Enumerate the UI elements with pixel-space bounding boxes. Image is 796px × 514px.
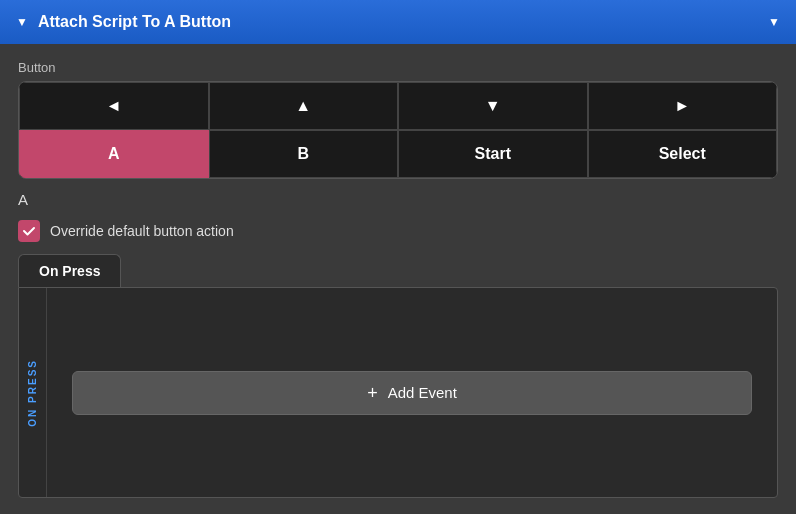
grid-btn-down[interactable]: ▼ <box>398 82 588 130</box>
checkmark-icon <box>22 224 36 238</box>
grid-btn-up[interactable]: ▲ <box>209 82 399 130</box>
grid-btn-left[interactable]: ◄ <box>19 82 209 130</box>
button-section-label: Button <box>18 60 778 75</box>
panel: ▼ Attach Script To A Button ▼ Button ◄ ▲… <box>0 0 796 514</box>
grid-btn-b[interactable]: B <box>209 130 399 178</box>
override-label: Override default button action <box>50 223 234 239</box>
grid-btn-start[interactable]: Start <box>398 130 588 178</box>
side-label: ON PRESS <box>27 359 38 427</box>
override-checkbox[interactable] <box>18 220 40 242</box>
override-checkbox-row: Override default button action <box>18 220 778 242</box>
panel-title: Attach Script To A Button <box>38 13 231 31</box>
button-section: Button ◄ ▲ ▼ ► A B Start Select <box>18 60 778 179</box>
tab-content: ON PRESS + Add Event <box>18 287 778 498</box>
panel-header: ▼ Attach Script To A Button ▼ <box>0 0 796 44</box>
button-grid: ◄ ▲ ▼ ► A B Start Select <box>18 81 778 179</box>
tabs-header: On Press <box>18 254 778 287</box>
grid-btn-select[interactable]: Select <box>588 130 778 178</box>
add-event-plus-icon: + <box>367 384 378 402</box>
add-event-button[interactable]: + Add Event <box>72 371 752 415</box>
grid-btn-a[interactable]: A <box>19 130 209 178</box>
header-menu-icon[interactable]: ▼ <box>768 15 780 29</box>
header-left: ▼ Attach Script To A Button <box>16 13 231 31</box>
side-label-container: ON PRESS <box>19 288 47 497</box>
tabs-area: On Press ON PRESS + Add Event <box>18 254 778 498</box>
add-event-label: Add Event <box>388 384 457 401</box>
selected-button-label: A <box>18 191 778 208</box>
grid-btn-right[interactable]: ► <box>588 82 778 130</box>
tab-inner: + Add Event <box>47 288 777 497</box>
panel-content: Button ◄ ▲ ▼ ► A B Start Select A <box>0 44 796 514</box>
tab-on-press[interactable]: On Press <box>18 254 121 287</box>
collapse-icon[interactable]: ▼ <box>16 15 28 29</box>
